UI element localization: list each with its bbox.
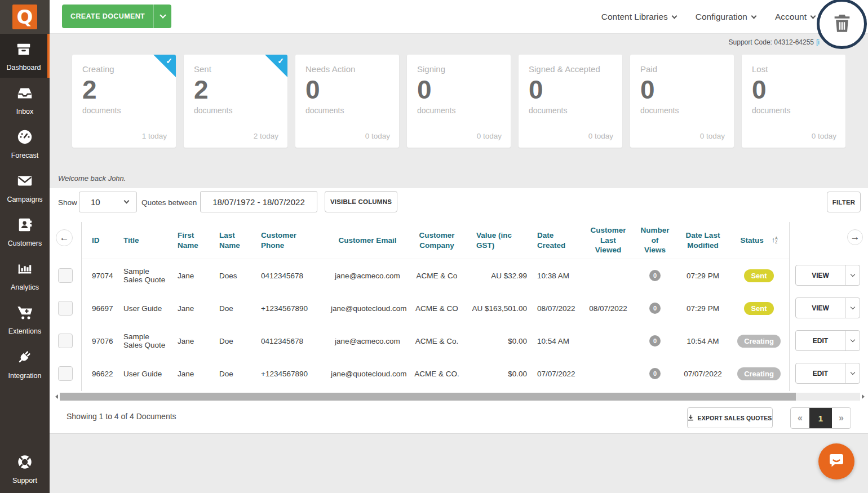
cell-company: ACME & Co (408, 272, 466, 280)
scrollbar-track[interactable] (60, 393, 860, 401)
inbox-icon (16, 85, 33, 104)
sidebar-item-integration[interactable]: Integration (0, 341, 50, 385)
row-action-edit[interactable]: EDIT (795, 363, 860, 384)
sidebar-item-extentions[interactable]: Extentions (0, 297, 50, 341)
cell-first-name: Jane (174, 337, 216, 345)
card-signing[interactable]: Signing 0 documents 0 today (407, 55, 511, 148)
chevron-down-icon (850, 337, 854, 342)
col-header-date-last-modified[interactable]: Date Last Modified (677, 230, 729, 250)
card-today: 0 today (812, 132, 836, 140)
logo-wrap: Q (0, 0, 50, 34)
card-paid[interactable]: Paid 0 documents 0 today (630, 55, 734, 148)
status-header-label: Status (740, 236, 763, 246)
sidebar-item-customers[interactable]: Customers (0, 210, 50, 254)
page-prev-button[interactable]: « (791, 408, 809, 428)
action-label: EDIT (796, 363, 845, 383)
col-header-status[interactable]: Status ↑AZ (729, 236, 789, 246)
address-book-icon (16, 216, 33, 236)
scroll-right-button[interactable]: → (847, 229, 863, 245)
col-header-number-of-views[interactable]: Number of Views (633, 225, 677, 255)
sidebar-item-inbox[interactable]: Inbox (0, 78, 50, 122)
col-header-first-name[interactable]: First Name (174, 230, 216, 250)
page-1-button[interactable]: 1 (809, 408, 832, 428)
create-document-button[interactable]: CREATE DOCUMENT (62, 5, 171, 28)
filter-button[interactable]: FILTER (827, 192, 861, 212)
col-header-last-name[interactable]: Last Name (216, 230, 258, 250)
menu-content-libraries[interactable]: Content Libraries (601, 12, 676, 22)
table-row[interactable]: 97074 Sample Sales Quote Jane Does 04123… (82, 259, 789, 292)
row-action-edit[interactable]: EDIT (795, 330, 860, 351)
scrollbar-thumb[interactable] (60, 393, 796, 401)
sidebar-item-campaigns[interactable]: Campaigns (0, 166, 50, 210)
card-label: Signed & Accepted (529, 64, 612, 74)
row-checkbox[interactable] (58, 334, 73, 348)
card-unit: documents (640, 106, 724, 115)
col-header-id[interactable]: ID (82, 236, 116, 246)
table-row[interactable]: 96697 User Guide Jane Doe +1234567890 ja… (82, 292, 789, 325)
col-header-customer-phone[interactable]: Customer Phone (258, 230, 327, 250)
cell-id: 96697 (82, 304, 116, 313)
cell-last-name: Doe (216, 337, 258, 345)
action-dropdown[interactable] (845, 265, 860, 285)
row-checkbox[interactable] (58, 268, 73, 283)
trash-button[interactable] (817, 0, 867, 49)
table-row[interactable]: 96622 User Guide Jane Doe +1234567890 ja… (82, 357, 789, 390)
table-row[interactable]: 97076 Sample Sales Quote Jane Doe 041234… (82, 325, 789, 357)
scroll-left-button[interactable]: ← (56, 229, 73, 246)
scrollbar-right-arrow[interactable] (862, 394, 865, 399)
date-range-input[interactable]: 18/07/1972 - 18/07/2022 (200, 191, 317, 212)
row-action-view[interactable]: VIEW (795, 297, 860, 318)
support-code-link[interactable]: [i (816, 38, 820, 46)
quotes-panel: Show 10 Quotes between 18/07/1972 - 18/0… (50, 188, 868, 434)
export-label: EXPORT SALES QUOTES (697, 415, 772, 421)
export-sales-quotes-button[interactable]: EXPORT SALES QUOTES (687, 407, 773, 428)
sidebar-item-forecast[interactable]: Forecast (0, 122, 50, 166)
archive-box-icon (15, 41, 32, 60)
horizontal-scrollbar (55, 392, 865, 401)
menu-configuration[interactable]: Configuration (696, 12, 756, 22)
card-signed-accepted[interactable]: Signed & Accepted 0 documents 0 today (519, 55, 622, 148)
card-lost[interactable]: Lost 0 documents 0 today (742, 55, 845, 148)
row-action-view[interactable]: VIEW (795, 265, 860, 286)
row-checkbox[interactable] (58, 366, 73, 381)
views-badge: 0 (649, 335, 661, 347)
col-header-customer-company[interactable]: Customer Company (408, 230, 466, 250)
card-sent[interactable]: Sent 2 documents 2 today ✓ (184, 55, 287, 148)
col-header-title[interactable]: Title (116, 236, 174, 246)
sidebar-item-support[interactable]: Support (0, 447, 50, 491)
sort-icon[interactable]: ↑AZ (772, 236, 778, 245)
showing-summary: Showing 1 to 4 of 4 Documents (67, 412, 176, 421)
cell-value: $0.00 (466, 370, 532, 378)
visible-columns-button[interactable]: VISIBLE COLUMNS (325, 191, 397, 212)
support-code-label: Support Code: 04312-64255 (729, 38, 814, 46)
col-header-date-created[interactable]: Date Created (532, 230, 583, 250)
col-header-customer-email[interactable]: Customer Email (327, 236, 408, 246)
card-creating[interactable]: Creating 2 documents 1 today ✓ (72, 55, 176, 148)
cell-date-last-modified: 07:29 PM (677, 272, 729, 280)
action-dropdown[interactable] (845, 298, 860, 318)
cell-email: jane@quotecloud.com (327, 370, 408, 378)
card-needs-action[interactable]: Needs Action 0 documents 0 today (295, 55, 399, 148)
action-dropdown[interactable] (845, 331, 860, 350)
col-header-value[interactable]: Value (inc GST) (466, 230, 532, 250)
page-size-select[interactable]: 10 (79, 192, 137, 212)
app-logo[interactable]: Q (12, 5, 37, 29)
menu-account[interactable]: Account (775, 12, 815, 22)
status-badge: Sent (744, 269, 773, 282)
col-header-customer-last-viewed[interactable]: Customer Last Viewed (583, 225, 633, 255)
scrollbar-left-arrow[interactable] (55, 394, 58, 399)
page-next-button[interactable]: » (832, 408, 851, 428)
cell-views: 0 (633, 335, 677, 347)
row-checkbox[interactable] (58, 301, 73, 316)
create-document-dropdown[interactable] (153, 5, 171, 28)
chat-widget-button[interactable] (818, 443, 854, 479)
sidebar-item-dashboard[interactable]: Dashboard (0, 34, 50, 78)
table-columns-area: ID Title First Name Last Name Customer P… (82, 222, 789, 391)
chevron-down-icon (124, 198, 130, 204)
cell-email: jane@acmeco.com (327, 337, 408, 345)
action-dropdown[interactable] (845, 363, 860, 383)
sidebar-item-analytics[interactable]: Analytics (0, 254, 50, 297)
action-label: VIEW (796, 265, 845, 285)
cell-status: Creating (729, 367, 789, 380)
card-count: 0 (529, 75, 612, 105)
